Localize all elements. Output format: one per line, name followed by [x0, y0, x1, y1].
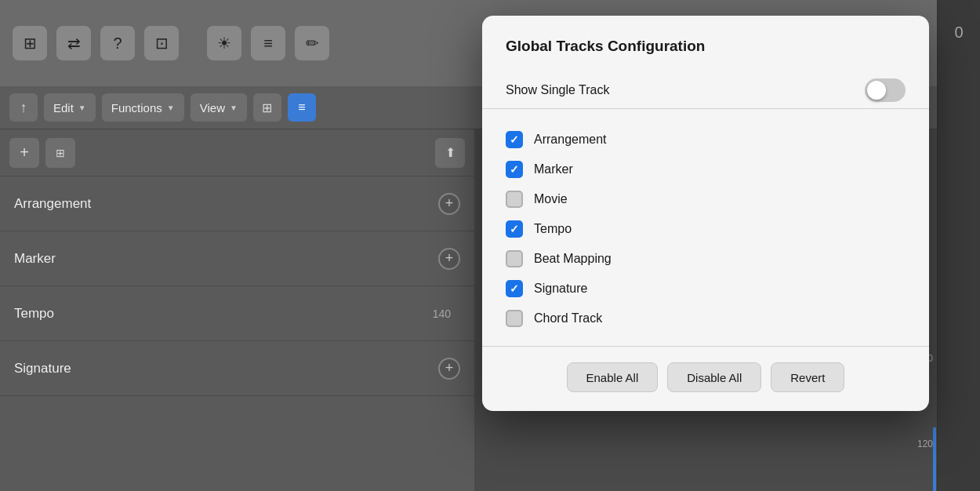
track-row: Arrangement + — [0, 176, 474, 231]
tempo-label: Tempo — [534, 222, 906, 236]
far-right-panel: 0 — [937, 0, 980, 491]
track-row: Tempo 140 — [0, 286, 474, 341]
beat-mapping-row: Beat Mapping — [506, 244, 906, 274]
back-button[interactable]: ↑ — [9, 93, 38, 122]
config-panel: Global Tracks Configuration Show Single … — [482, 16, 929, 411]
arrangement-checkbox[interactable] — [506, 131, 523, 148]
track-name-signature: Signature — [14, 361, 438, 376]
media-browser-btn[interactable]: ⊞ — [13, 26, 47, 60]
track-list: Arrangement + Marker + Tempo 140 Signatu… — [0, 176, 474, 396]
arrangement-row: Arrangement — [506, 125, 906, 155]
marker-checkbox[interactable] — [506, 161, 523, 178]
movie-row: Movie — [506, 184, 906, 214]
marker-row: Marker — [506, 155, 906, 184]
view-label: View — [200, 101, 225, 115]
functions-chevron: ▼ — [167, 104, 175, 112]
tempo-checkbox[interactable] — [506, 220, 523, 238]
upload-button[interactable]: ⬆ — [435, 138, 465, 168]
track-name-marker: Marker — [14, 251, 438, 267]
functions-label: Functions — [111, 101, 162, 115]
show-single-track-row: Show Single Track — [506, 72, 906, 108]
track-row: Marker + — [0, 231, 474, 286]
pencil-btn[interactable]: ✏ — [295, 26, 329, 60]
signature-label: Signature — [534, 282, 906, 296]
duplicate-track-button[interactable]: ⊞ — [45, 138, 75, 168]
add-track-button[interactable]: + — [9, 138, 39, 168]
help-btn[interactable]: ? — [100, 26, 135, 60]
beat-mapping-checkbox[interactable] — [506, 250, 523, 267]
playhead-line — [933, 427, 936, 491]
arrangement-label: Arrangement — [534, 133, 906, 147]
loop-btn[interactable]: ⇄ — [56, 26, 91, 60]
config-title: Global Tracks Configuration — [506, 38, 906, 55]
track-add-bar: + ⊞ ⬆ — [0, 129, 474, 176]
show-single-track-toggle[interactable] — [865, 78, 906, 102]
movie-checkbox[interactable] — [506, 191, 523, 208]
edit-dropdown[interactable]: Edit ▼ — [44, 93, 96, 122]
show-single-track-label: Show Single Track — [506, 83, 854, 97]
enable-all-button[interactable]: Enable All — [567, 362, 659, 392]
view-dropdown[interactable]: View ▼ — [191, 93, 247, 122]
grid-view-btn[interactable]: ⊞ — [253, 93, 281, 122]
edit-chevron: ▼ — [78, 104, 86, 112]
tempo-row: Tempo — [506, 214, 906, 244]
list-view-btn[interactable]: ≡ — [288, 93, 316, 122]
metronome-btn[interactable]: ☀ — [207, 26, 241, 60]
left-panel: + ⊞ ⬆ Arrangement + Marker + Tempo 140 S… — [0, 129, 474, 491]
signature-row: Signature — [506, 274, 906, 304]
editor-btn[interactable]: ⊡ — [144, 26, 179, 60]
config-top-divider — [482, 108, 929, 109]
ruler-120: 120 — [917, 438, 933, 449]
marker-label: Marker — [534, 162, 906, 176]
far-right-icon: 0 — [938, 0, 980, 42]
mixer-btn[interactable]: ≡ — [251, 26, 285, 60]
marker-add-btn[interactable]: + — [438, 248, 460, 270]
arrangement-add-btn[interactable]: + — [438, 193, 460, 215]
chord-track-checkbox[interactable] — [506, 310, 523, 327]
disable-all-button[interactable]: Disable All — [667, 362, 761, 392]
beat-mapping-label: Beat Mapping — [534, 252, 906, 266]
functions-dropdown[interactable]: Functions ▼ — [102, 93, 184, 122]
signature-checkbox[interactable] — [506, 280, 523, 297]
movie-label: Movie — [534, 192, 906, 206]
track-row: Signature + — [0, 341, 474, 396]
view-chevron: ▼ — [230, 104, 238, 112]
toggle-knob — [867, 81, 886, 100]
chord-track-label: Chord Track — [534, 311, 906, 326]
track-name-arrangement: Arrangement — [14, 196, 438, 212]
config-actions: Enable All Disable All Revert — [506, 362, 906, 392]
revert-button[interactable]: Revert — [771, 362, 844, 392]
config-bottom-divider — [482, 346, 929, 347]
tempo-value: 140 — [433, 307, 451, 320]
signature-add-btn[interactable]: + — [438, 358, 460, 380]
chord-track-row: Chord Track — [506, 304, 906, 333]
track-name-tempo: Tempo — [14, 306, 433, 322]
edit-label: Edit — [53, 101, 74, 115]
